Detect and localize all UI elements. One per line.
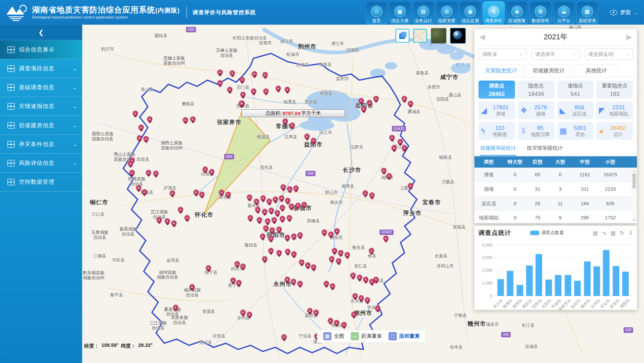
hazard-pin[interactable]: ▲: [260, 195, 266, 201]
hazard-pin[interactable]: ▲: [322, 229, 327, 235]
sidebar-collapse-button[interactable]: ❮: [0, 25, 82, 40]
hazard-pin[interactable]: ▲: [369, 248, 374, 253]
hazard-pin[interactable]: ▲: [352, 293, 358, 298]
sidebar-item-3[interactable]: 灾情速报信息⌄: [0, 97, 82, 116]
hazard-pin[interactable]: ▲: [408, 101, 413, 106]
hazard-pin[interactable]: ▲: [299, 259, 305, 265]
hazard-pin[interactable]: ▲: [240, 263, 246, 269]
hazard-pin[interactable]: ▲: [289, 204, 294, 209]
hazard-pin[interactable]: ▲: [332, 248, 337, 253]
sidebar-item-4[interactable]: 切坡建房信息⌄: [0, 116, 82, 135]
hazard-pin[interactable]: ▲: [263, 88, 269, 94]
hazard-pin[interactable]: ▲: [202, 167, 208, 172]
hazard-pin[interactable]: ▲: [295, 203, 301, 208]
hazard-pin[interactable]: ▲: [387, 173, 392, 178]
hazard-pin[interactable]: ▲: [363, 277, 368, 282]
hazard-pin[interactable]: ▲: [287, 215, 292, 220]
hazard-pin[interactable]: ▲: [219, 189, 224, 195]
sidebar-item-1[interactable]: 调查项目信息⌄: [0, 59, 82, 78]
bar-湘潭市[interactable]: [517, 285, 523, 296]
sidebar-item-6[interactable]: 风险评估信息⌄: [0, 154, 82, 173]
hazard-pin[interactable]: ▲: [285, 235, 290, 240]
tab-1[interactable]: 切坡建房统计: [526, 64, 571, 77]
hazard-pin[interactable]: ▲: [350, 273, 356, 278]
bar-郴州市[interactable]: [584, 262, 591, 296]
hazard-pin[interactable]: ▲: [270, 227, 275, 233]
tab-2[interactable]: 其他统计: [574, 64, 619, 77]
hazard-pin[interactable]: ▲: [369, 192, 374, 198]
hazard-pin[interactable]: ▲: [248, 215, 253, 220]
bar-常德市[interactable]: [555, 275, 562, 296]
hazard-pin[interactable]: ▲: [136, 185, 141, 190]
sidebar-item-2[interactable]: 基础调查信息⌄: [0, 78, 82, 97]
stat-card-1[interactable]: 隐患点18434: [518, 80, 554, 99]
hazard-pin[interactable]: ▲: [279, 195, 284, 201]
hazard-pin[interactable]: ▲: [285, 198, 290, 203]
hazard-pin[interactable]: ▲: [226, 191, 231, 197]
hazard-pin[interactable]: ▲: [273, 196, 278, 202]
bar-益阳市[interactable]: [574, 281, 581, 296]
sub-tab-1[interactable]: 按灾情等级统计: [527, 145, 563, 156]
hazard-pin[interactable]: ▲: [280, 205, 285, 210]
hazard-pin[interactable]: ▲: [128, 161, 133, 166]
hazard-pin[interactable]: ▲: [235, 261, 240, 266]
sub-tab-0[interactable]: 按规模等级统计: [480, 145, 516, 156]
hazard-pin[interactable]: ▲: [373, 277, 379, 282]
hazard-pin[interactable]: ▲: [178, 207, 183, 212]
bar-永州市[interactable]: [594, 266, 600, 296]
hazard-pin[interactable]: ▲: [334, 320, 339, 325]
hazard-pin[interactable]: ▲: [336, 258, 341, 263]
hazard-pin[interactable]: ▲: [199, 191, 205, 197]
hazard-pin[interactable]: ▲: [263, 72, 268, 77]
hazard-pin[interactable]: ▲: [230, 70, 235, 76]
map-tool-distance[interactable]: ↔距离量算: [351, 332, 382, 340]
hazard-pin[interactable]: ▲: [230, 278, 236, 283]
table-row[interactable]: 崩塌03133112233: [474, 182, 637, 196]
hazard-pin[interactable]: ▲: [260, 233, 265, 239]
sidebar-item-5[interactable]: 孕灾条件信息⌄: [0, 135, 82, 154]
nav-item-cloud[interactable]: ☁云平台: [553, 1, 575, 25]
hazard-pin[interactable]: ▲: [367, 100, 372, 105]
stat-card-2[interactable]: 速报点541: [557, 80, 594, 99]
bar-张家界市[interactable]: [565, 275, 571, 296]
hazard-pin[interactable]: ▲: [137, 135, 142, 141]
hazard-pin[interactable]: ▲: [345, 252, 350, 257]
hazard-pin[interactable]: ▲: [291, 233, 296, 239]
hazard-pin[interactable]: ▲: [217, 70, 223, 75]
hazard-pin[interactable]: ▲: [328, 231, 333, 237]
hazard-pin[interactable]: ▲: [262, 209, 268, 214]
hazard-pin[interactable]: ▲: [276, 226, 282, 232]
hazard-pin[interactable]: ▲: [183, 117, 188, 122]
hazard-pin[interactable]: ▲: [291, 279, 296, 284]
hazard-pin[interactable]: ▲: [157, 217, 162, 222]
scroll-down-icon[interactable]: ▼: [633, 219, 635, 221]
stat-card-0[interactable]: 调查点28462: [479, 80, 515, 99]
bar-长沙市[interactable]: [497, 279, 504, 296]
hazard-pin[interactable]: ▲: [268, 248, 274, 253]
sidebar-item-7[interactable]: 空间数据管理: [0, 173, 82, 191]
hazard-pin[interactable]: ▲: [297, 232, 303, 238]
bar-娄底市[interactable]: [613, 266, 619, 296]
hazard-pin[interactable]: ▲: [129, 170, 135, 175]
bar-chart-icon[interactable]: ▥: [611, 230, 616, 236]
nav-item-survey[interactable]: ✎调查评价: [482, 1, 505, 25]
bar-岳阳市[interactable]: [545, 280, 552, 296]
hazard-pin[interactable]: ▲: [285, 249, 290, 254]
hazard-pin[interactable]: ▲: [143, 136, 149, 141]
hazard-pin[interactable]: ▲: [359, 98, 364, 103]
region-select-province[interactable]: 湖南省⌄: [479, 48, 527, 60]
stat-card-3[interactable]: 重要隐患点183: [597, 80, 633, 99]
hazard-pin[interactable]: ▲: [267, 198, 272, 204]
hazard-pin[interactable]: ▲: [206, 265, 211, 270]
bar-邵阳市[interactable]: [536, 254, 542, 296]
nav-item-command[interactable]: ☏指挥支撑: [436, 1, 458, 25]
hazard-pin[interactable]: ▲: [285, 87, 290, 92]
hazard-pin[interactable]: ▲: [283, 118, 288, 124]
hazard-pin[interactable]: ▲: [263, 225, 269, 231]
hazard-pin[interactable]: ▲: [304, 134, 310, 139]
hazard-pin[interactable]: ▲: [227, 87, 233, 92]
hazard-pin[interactable]: ▲: [171, 220, 177, 226]
bar-怀化市[interactable]: [603, 250, 610, 296]
prev-year-button[interactable]: ◀: [479, 33, 485, 42]
hazard-pin[interactable]: ▲: [254, 198, 259, 204]
